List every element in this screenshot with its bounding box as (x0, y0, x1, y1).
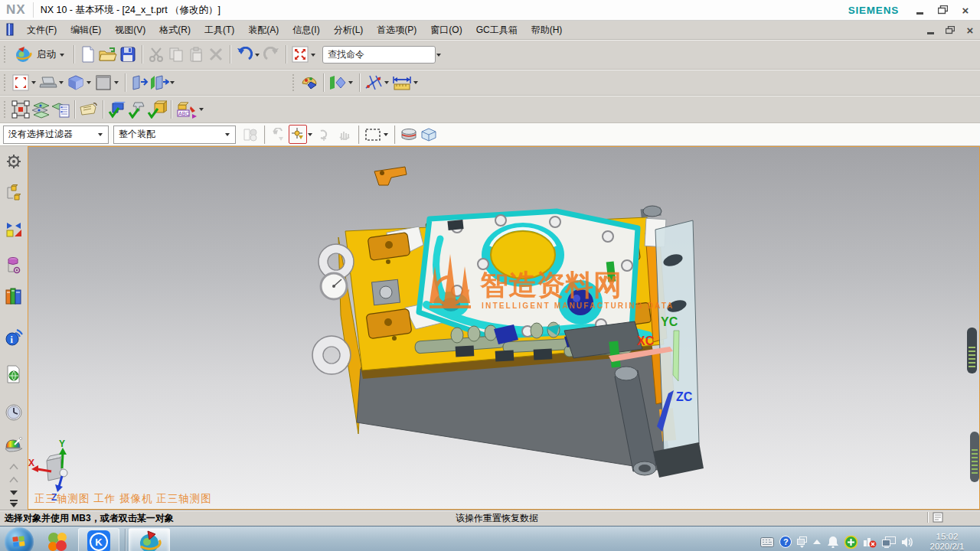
note-window-icon[interactable] (933, 512, 943, 523)
selection-scope-dropdown[interactable]: 整个装配 (113, 126, 236, 144)
part-navigator-button[interactable] (3, 256, 24, 275)
snap-point-button[interactable] (289, 125, 307, 144)
transparent-display-button[interactable] (419, 125, 439, 145)
graphics-viewport[interactable]: XC YC ZC X Y (28, 146, 980, 510)
touch-mode-button[interactable] (290, 44, 310, 64)
layer-settings-button[interactable] (31, 99, 51, 119)
taskbar-app-k[interactable]: K (78, 528, 119, 551)
resource-scroll-down-button[interactable] (3, 487, 24, 499)
chevron-down-icon[interactable] (413, 81, 418, 86)
window-switch-icon[interactable] (797, 536, 807, 548)
highlight-rollover-button[interactable] (399, 125, 419, 145)
web-browser-button[interactable] (3, 365, 24, 383)
chevron-down-icon[interactable] (31, 81, 36, 86)
mdi-minimize-button[interactable] (925, 25, 936, 34)
chevron-down-icon[interactable] (114, 81, 119, 86)
save-button[interactable] (118, 44, 138, 64)
measure-button[interactable] (364, 73, 384, 93)
bell-icon[interactable] (827, 536, 839, 548)
layer-visible-button[interactable] (51, 99, 70, 119)
open-file-button[interactable] (98, 44, 118, 64)
antivirus-icon[interactable] (844, 536, 858, 549)
toolbar-grip[interactable] (4, 101, 8, 118)
menu-help[interactable]: 帮助(H) (524, 22, 570, 37)
system-scenes-button[interactable] (3, 435, 24, 452)
chevron-down-icon[interactable] (255, 54, 260, 59)
find-command-input[interactable] (326, 48, 448, 60)
chevron-down-icon[interactable] (308, 133, 312, 139)
role-palette-button[interactable] (299, 73, 319, 93)
assembly-constraints-button[interactable] (107, 99, 127, 119)
chevron-down-icon[interactable] (436, 54, 441, 59)
clearance-analysis-button[interactable] (127, 99, 147, 119)
chevron-down-icon[interactable] (199, 108, 204, 113)
toolbar-grip[interactable] (4, 46, 8, 63)
selection-filter-dropdown[interactable]: 没有选择过滤器 (3, 126, 109, 144)
chevron-down-icon[interactable] (384, 81, 389, 86)
taskbar-app-petals[interactable] (40, 527, 75, 551)
menu-assemblies[interactable]: 装配(A) (241, 22, 286, 37)
mdi-close-button[interactable]: × (965, 25, 975, 34)
taskbar-app-nx[interactable] (129, 528, 170, 551)
keyboard-icon[interactable] (760, 537, 774, 547)
network-error-icon[interactable] (863, 536, 877, 548)
chevron-down-icon[interactable] (59, 81, 64, 86)
dropdown-button[interactable] (222, 128, 234, 142)
new-file-button[interactable] (78, 44, 98, 64)
menu-format[interactable]: 格式(R) (152, 22, 198, 37)
save-floppy-icon (120, 47, 136, 62)
restore-button[interactable] (937, 5, 948, 15)
dimension-button[interactable] (391, 73, 413, 93)
mdi-restore-button[interactable] (945, 25, 956, 34)
close-button[interactable]: × (960, 5, 971, 15)
dropdown-button[interactable] (95, 128, 106, 142)
move-component-button[interactable] (11, 99, 31, 119)
window-section-button[interactable] (129, 73, 149, 93)
chevron-down-icon[interactable] (384, 133, 388, 139)
menu-tools[interactable]: 工具(T) (198, 22, 241, 37)
menu-edit[interactable]: 编辑(E) (64, 22, 108, 37)
rectangle-select-button[interactable] (363, 125, 383, 145)
start-menu-button[interactable]: 启动 (11, 44, 70, 65)
reuse-library-button[interactable] (3, 287, 24, 305)
menu-information[interactable]: 信息(I) (286, 22, 326, 37)
chevron-down-icon[interactable] (87, 81, 91, 86)
speaker-icon[interactable] (901, 536, 914, 548)
internet-explorer-button[interactable]: i (3, 328, 24, 347)
minimize-button[interactable] (914, 5, 925, 15)
find-command-box[interactable] (322, 46, 436, 64)
resource-expand-button[interactable] (3, 498, 24, 510)
wave-geometry-button[interactable] (147, 99, 167, 119)
assembly-navigator-button[interactable] (3, 184, 24, 203)
help-icon[interactable]: ? (779, 536, 792, 548)
undo-button[interactable] (234, 44, 254, 64)
cad-model[interactable] (312, 167, 979, 482)
start-button[interactable] (5, 527, 34, 551)
taskbar-clock[interactable]: 15:02 2020/2/1 (920, 532, 978, 551)
show-hide-button[interactable] (328, 73, 348, 93)
display-mode-button[interactable] (38, 73, 58, 93)
cad-model-canvas[interactable]: XC YC ZC X Y (28, 147, 979, 509)
chevron-down-icon[interactable] (348, 81, 353, 86)
chevron-down-icon[interactable] (311, 54, 315, 59)
rendering-style-button[interactable] (93, 73, 113, 93)
display-network-icon[interactable] (882, 536, 896, 548)
menu-file[interactable]: 文件(F) (20, 22, 64, 37)
chevron-down-icon[interactable] (170, 81, 175, 86)
toolbar-grip[interactable] (4, 74, 8, 91)
show-hidden-icons[interactable] (812, 539, 822, 545)
menu-gc-toolbox[interactable]: GC工具箱 (469, 22, 524, 37)
menu-analysis[interactable]: 分析(L) (327, 22, 371, 37)
toolbar-grip[interactable] (292, 74, 296, 91)
clip-section-button[interactable] (149, 73, 169, 93)
orient-view-button[interactable] (66, 73, 86, 93)
fit-view-button[interactable] (11, 73, 31, 93)
annotation-button[interactable] (79, 99, 99, 119)
edit-object-display-button[interactable]: ABC (175, 99, 198, 119)
constraint-navigator-button[interactable] (3, 221, 24, 238)
menu-preferences[interactable]: 首选项(P) (370, 22, 423, 37)
menu-view[interactable]: 视图(V) (108, 22, 152, 37)
menu-window[interactable]: 窗口(O) (423, 22, 469, 37)
roles-gear-button[interactable] (3, 154, 24, 169)
history-button[interactable] (3, 403, 24, 422)
